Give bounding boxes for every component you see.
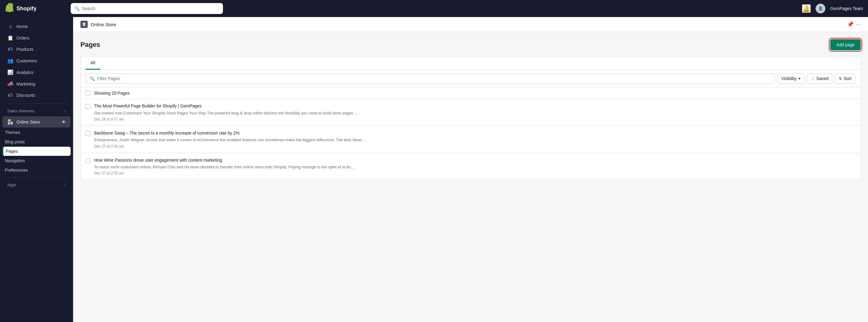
showing-count: Showing 20 Pages	[81, 88, 860, 99]
analytics-icon: 📊	[7, 69, 13, 75]
sales-channels-label: Sales channels	[7, 109, 34, 113]
sidebar-item-discounts[interactable]: 🏷 Discounts	[2, 90, 71, 101]
online-store-header: Online Store 📌 ···	[73, 17, 868, 32]
page-date-3: Dec 27 at 2:55 am	[94, 171, 856, 175]
shopify-logo-icon	[5, 3, 14, 14]
sidebar-item-marketing[interactable]: 📣 Marketing	[2, 78, 71, 90]
sidebar-divider-2	[5, 177, 68, 178]
search-bar[interactable]: 🔍	[71, 3, 223, 14]
avatar: 👤	[816, 4, 825, 13]
sidebar-subitem-navigation[interactable]: Navigation	[2, 156, 71, 165]
select-all-checkbox[interactable]	[86, 91, 90, 96]
page-info-1: The Most Powerful Page Builder for Shopi…	[94, 103, 856, 122]
page-description-2: Entrepreneur, Justin Wegner, knows that …	[94, 137, 856, 143]
sidebar-item-products[interactable]: 🏷 Products	[2, 44, 71, 55]
search-input[interactable]	[82, 6, 219, 11]
count-text: Showing 20 Pages	[94, 91, 130, 96]
saved-button[interactable]: ☆ Saved	[807, 73, 833, 84]
pin-button[interactable]: 📌	[847, 21, 854, 28]
products-icon: 🏷	[7, 46, 13, 52]
page-date-1: Dec 28 at 4:37 am	[94, 117, 856, 122]
page-description-3: To reach more customers online, Richard …	[94, 164, 856, 170]
top-nav: Shopify 🔍 🔔 👤 GemPages Team	[0, 0, 868, 17]
notification-bell[interactable]: 🔔	[802, 4, 811, 13]
pages-container: Pages Add page All 🔍 Visibility	[73, 32, 868, 187]
sidebar-subitem-preferences[interactable]: Preferences	[2, 166, 71, 175]
sidebar-item-label: Home	[17, 24, 28, 29]
blog-posts-label: Blog posts	[5, 139, 25, 144]
page-title-3[interactable]: How Wine Passions drove user engagement …	[94, 157, 856, 163]
online-store-name: Online Store	[91, 22, 116, 27]
top-nav-right: 🔔 👤 GemPages Team	[802, 4, 863, 13]
online-store-icon: 🏪	[7, 119, 13, 125]
apps-header[interactable]: Apps ›	[2, 180, 71, 190]
tabs: All	[81, 57, 860, 70]
sidebar-subitem-blog-posts[interactable]: Blog posts	[2, 137, 71, 147]
eye-icon: 👁	[62, 120, 66, 125]
page-info-2: Backbone Swag – The secret to a monthly …	[94, 130, 856, 149]
store-icon	[81, 21, 88, 28]
sidebar-item-label: Marketing	[17, 82, 35, 87]
page-title-1[interactable]: The Most Powerful Page Builder for Shopi…	[94, 103, 856, 109]
sales-channels-header[interactable]: Sales channels ›	[2, 106, 71, 116]
visibility-label: Visibility	[781, 76, 797, 81]
sidebar-subitem-pages[interactable]: Pages	[2, 147, 71, 156]
more-button[interactable]: ···	[856, 21, 861, 28]
online-store-title: Online Store	[81, 21, 116, 28]
user-name: GemPages Team	[830, 6, 863, 11]
table-row: Backbone Swag – The secret to a monthly …	[81, 126, 860, 153]
preferences-label: Preferences	[5, 168, 28, 172]
table-row: How Wine Passions drove user engagement …	[81, 153, 860, 180]
sidebar-item-home[interactable]: ⌂ Home	[2, 21, 71, 32]
header-actions: 📌 ···	[847, 21, 861, 28]
star-icon: ☆	[811, 76, 815, 81]
apps-label: Apps	[7, 183, 17, 187]
table-row: The Most Powerful Page Builder for Shopi…	[81, 99, 860, 126]
sort-label: Sort	[844, 76, 851, 81]
visibility-button[interactable]: Visibility ▾	[777, 73, 804, 84]
sidebar-item-label: Customers	[17, 58, 37, 63]
sidebar-item-analytics[interactable]: 📊 Analytics	[2, 67, 71, 78]
pages-list: The Most Powerful Page Builder for Shopi…	[81, 99, 860, 180]
app-name: Shopify	[17, 5, 36, 12]
sidebar: ⌂ Home 📋 Orders 🏷 Products 👥 Customers 📊…	[0, 17, 73, 322]
filter-search-icon: 🔍	[90, 76, 95, 81]
sidebar-divider	[5, 103, 68, 103]
add-page-button[interactable]: Add page	[830, 39, 861, 50]
page-title: Pages	[81, 41, 100, 49]
page-title-2[interactable]: Backbone Swag – The secret to a monthly …	[94, 130, 856, 136]
discounts-icon: 🏷	[7, 93, 13, 98]
themes-label: Themes	[5, 130, 21, 135]
sidebar-item-customers[interactable]: 👥 Customers	[2, 55, 71, 66]
marketing-icon: 📣	[7, 81, 13, 87]
chevron-down-icon: ▾	[799, 76, 800, 80]
saved-label: Saved	[816, 76, 829, 81]
orders-icon: 📋	[7, 35, 13, 41]
filter-search[interactable]: 🔍	[86, 73, 775, 84]
sidebar-subitem-themes[interactable]: Themes	[2, 128, 71, 137]
customers-icon: 👥	[7, 58, 13, 64]
navigation-label: Navigation	[5, 158, 25, 163]
sidebar-item-label: Analytics	[17, 70, 33, 75]
home-icon: ⌂	[7, 24, 13, 29]
tab-all[interactable]: All	[86, 57, 100, 70]
page-checkbox-1[interactable]	[86, 104, 90, 109]
page-checkbox-2[interactable]	[86, 131, 90, 136]
pages-header: Pages Add page	[81, 39, 861, 50]
sidebar-item-orders[interactable]: 📋 Orders	[2, 32, 71, 43]
sidebar-item-label: Products	[17, 47, 33, 52]
chevron-icon-apps: ›	[65, 183, 66, 187]
page-date-2: Dec 27 at 2:56 am	[94, 144, 856, 149]
main-layout: ⌂ Home 📋 Orders 🏷 Products 👥 Customers 📊…	[0, 17, 868, 322]
logo: Shopify	[5, 3, 66, 14]
sidebar-item-label: Orders	[17, 36, 30, 40]
sort-icon: ⇅	[839, 76, 842, 80]
filter-bar: 🔍 Visibility ▾ ☆ Saved ⇅ Sort	[81, 70, 860, 88]
filter-pages-input[interactable]	[97, 76, 771, 81]
main-content: Online Store 📌 ··· Pages Add page All	[73, 17, 868, 322]
sidebar-item-online-store[interactable]: 🏪 Online Store 👁	[2, 116, 71, 128]
sidebar-item-label: Discounts	[17, 93, 35, 98]
page-checkbox-3[interactable]	[86, 158, 90, 163]
pages-label: Pages	[6, 149, 18, 154]
sort-button[interactable]: ⇅ Sort	[835, 73, 856, 84]
